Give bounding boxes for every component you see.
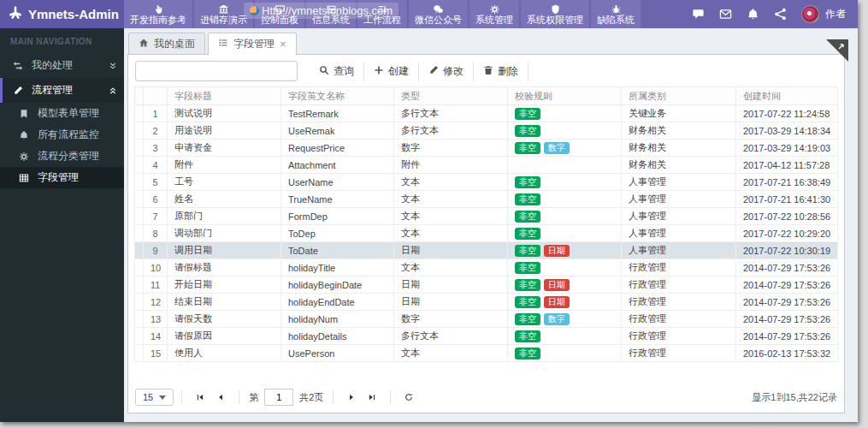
cell-created: 2014-07-29 17:53:26 — [736, 276, 838, 294]
column-header[interactable]: 创建时间 — [736, 87, 838, 105]
page-number-input[interactable] — [264, 389, 293, 406]
pagination-bar: 15 第 共2页 显示1到15,共22记录 — [135, 386, 837, 408]
cell-rules: 非空 — [508, 105, 622, 122]
cell-category: 人事管理 — [622, 242, 736, 259]
cell-created: 2014-07-29 17:53:26 — [736, 328, 838, 345]
cell-row-number: 2 — [144, 122, 168, 140]
envelope-icon-button[interactable] — [719, 8, 732, 21]
sidebar-subitem-gear[interactable]: 流程分类管理 — [0, 146, 124, 167]
column-header[interactable] — [144, 87, 168, 105]
sidebar-subitem-bell[interactable]: 所有流程监控 — [0, 124, 124, 146]
expand-corner-button[interactable] — [826, 39, 848, 62]
cell-type: 附件 — [394, 157, 508, 174]
nav-item-shield[interactable]: 系统权限管理 — [521, 0, 589, 28]
column-header[interactable]: 字段英文名称 — [281, 87, 394, 105]
nav-item-hand-pointer[interactable]: 开发指南参考 — [124, 0, 192, 28]
share-icon-button[interactable] — [774, 8, 787, 21]
table-row[interactable]: 15使用人UsePerson文本非空行政管理2016-02-13 17:53:3… — [135, 345, 838, 362]
trash-icon — [483, 65, 493, 78]
tab-0[interactable]: 我的桌面 — [128, 33, 205, 55]
table-row[interactable]: 7原部门FormDep文本非空人事管理2017-07-22 10:28:56 — [135, 208, 838, 225]
pencil-button[interactable]: 修改 — [419, 62, 474, 80]
cell-type: 文本 — [394, 345, 508, 362]
cell-en-name: TestRemark — [281, 105, 394, 122]
comment-icon-button[interactable] — [692, 8, 705, 21]
user-menu[interactable]: 作者 — [801, 5, 846, 23]
prev-page-button[interactable] — [210, 391, 231, 403]
plus-button[interactable]: 创建 — [364, 62, 419, 80]
table-row[interactable]: 8调动部门ToDep文本非空人事管理2017-07-22 10:29:20 — [135, 225, 838, 242]
table-row[interactable]: 11开始日期holidayBeginDate日期非空日期行政管理2014-07-… — [135, 276, 838, 294]
sidebar-subitem-book[interactable]: 模型表单管理 — [0, 103, 124, 124]
page-size-select[interactable]: 15 — [135, 389, 174, 406]
tab-1[interactable]: 字段管理× — [208, 33, 297, 56]
table-row[interactable]: 14请假原因holidayDetails多行文本非空行政管理2014-07-29… — [135, 328, 838, 345]
column-header[interactable]: 类型 — [394, 87, 508, 105]
cell-row-number: 1 — [144, 105, 168, 122]
next-page-button[interactable] — [341, 391, 362, 403]
cell-created: 2017-07-22 10:28:56 — [736, 208, 838, 225]
rule-badge: 非空 — [515, 228, 540, 240]
trash-button[interactable]: 删除 — [474, 62, 528, 80]
tab-close-icon[interactable]: × — [280, 40, 286, 49]
toolbar: 查询创建修改删除 — [128, 55, 844, 86]
table-row[interactable]: 2用途说明UseRemak多行文本非空财务相关2017-03-29 14:18:… — [135, 122, 838, 140]
table-row[interactable]: 1测试说明TestRemark多行文本非空关键业务2017-07-22 11:2… — [135, 105, 838, 122]
table-row[interactable]: 13请假天数holidayNum数字非空数字行政管理2014-07-29 17:… — [135, 311, 838, 328]
main-content: 我的桌面字段管理× 查询创建修改删除 字段标题字段英文名称类型校验规则所属类别创… — [124, 28, 848, 417]
sidebar-item-exchange[interactable]: 我的处理 — [0, 53, 124, 78]
nav-item-wechat[interactable]: 微信公众号 — [409, 0, 468, 28]
column-header[interactable]: 所属类别 — [622, 87, 736, 105]
table-row[interactable]: 3申请资金RequestPrice数字非空数字财务相关2017-03-29 14… — [135, 140, 838, 157]
bell-icon-button[interactable] — [747, 8, 759, 21]
column-header[interactable]: 字段标题 — [168, 87, 281, 105]
sidebar-item-edit[interactable]: 流程管理 — [0, 78, 124, 103]
cell-row-number: 4 — [144, 157, 168, 174]
cell-en-name: holidayBeginDate — [281, 276, 394, 294]
search-button[interactable]: 查询 — [310, 62, 364, 80]
refresh-button[interactable] — [399, 391, 419, 403]
cell-category: 财务相关 — [622, 122, 736, 140]
column-header[interactable]: 校验规则 — [508, 87, 622, 105]
bell-icon — [19, 130, 31, 140]
cell-rules: 非空 — [508, 191, 622, 208]
table-row[interactable]: 4附件Attachment附件财务相关2017-04-12 11:57:28 — [135, 157, 838, 174]
cell-category: 人事管理 — [622, 191, 736, 208]
table-row[interactable]: 12结束日期holidayEndDate日期非空日期行政管理2014-07-29… — [135, 294, 838, 311]
first-page-button[interactable] — [190, 391, 210, 403]
cell-title: 工号 — [168, 174, 281, 191]
list-icon — [218, 38, 228, 51]
table-row[interactable]: 6姓名TrueName文本非空人事管理2017-07-21 16:41:30 — [135, 191, 838, 208]
search-input[interactable] — [135, 61, 298, 81]
table-header-row: 字段标题字段英文名称类型校验规则所属类别创建时间 — [135, 87, 838, 105]
table-row[interactable]: 10请假标题holidayTitle文本非空行政管理2014-07-29 17:… — [135, 259, 838, 276]
last-page-button[interactable] — [362, 391, 382, 403]
chevrons-down-icon — [109, 62, 117, 70]
cell-en-name: UserName — [281, 174, 394, 191]
rule-badge: 非空 — [515, 193, 540, 205]
top-navbar: Ymnets-Admin 开发指南参考进销存演示控制面板信息系统工作流程微信公众… — [0, 0, 858, 28]
table-row[interactable]: 5工号UserName文本非空人事管理2017-07-21 16:38:49 — [135, 174, 838, 191]
sidebar-subitem-table[interactable]: 字段管理 — [0, 167, 124, 188]
rule-badge: 非空 — [515, 108, 540, 120]
cell-rules: 非空数字 — [508, 140, 622, 157]
cell-title: 姓名 — [168, 191, 281, 208]
cell-created: 2014-07-29 17:53:26 — [736, 259, 838, 276]
record-count-info: 显示1到15,共22记录 — [752, 391, 837, 404]
table-row[interactable]: 9调用日期ToDate日期非空日期人事管理2017-07-22 10:30:19 — [135, 242, 838, 259]
cell-row-number: 13 — [144, 311, 168, 328]
cell-en-name: ToDep — [281, 225, 394, 242]
gear-icon — [19, 152, 31, 162]
cell-category: 关键业务 — [622, 105, 736, 122]
cell-row-number: 8 — [144, 225, 168, 242]
rule-badge: 数字 — [544, 142, 570, 154]
cell-title: 结束日期 — [168, 294, 281, 311]
nav-item-gear[interactable]: 系统管理 — [469, 0, 519, 28]
nav-item-bug[interactable]: 缺陷系统 — [591, 0, 641, 28]
rule-badge: 非空 — [515, 245, 540, 257]
cell-type: 多行文本 — [394, 122, 508, 140]
cell-title: 请假天数 — [168, 311, 281, 328]
cell-rules: 非空日期 — [508, 242, 622, 259]
cell-category: 财务相关 — [622, 157, 736, 174]
app-logo[interactable]: Ymnets-Admin — [0, 0, 124, 28]
